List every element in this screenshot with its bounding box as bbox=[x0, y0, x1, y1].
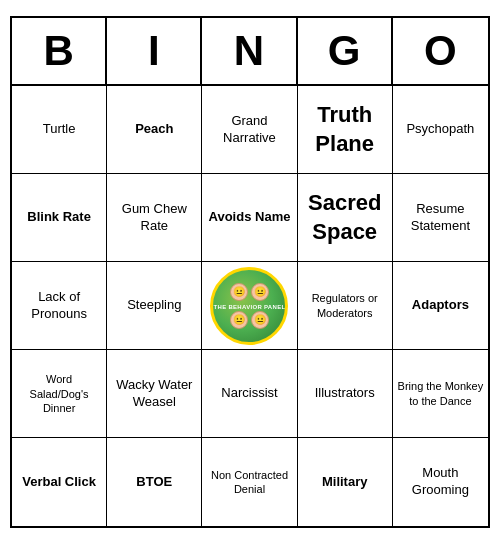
behavior-panel-label: THE BEHAVIOR PANEL bbox=[214, 304, 286, 310]
cell-r4c5: Bring the Monkey to the Dance bbox=[393, 350, 488, 438]
letter-b: B bbox=[12, 18, 107, 84]
letter-o: O bbox=[393, 18, 488, 84]
cell-r2c5: Resume Statement bbox=[393, 174, 488, 262]
face-icon-2: 😐 bbox=[251, 283, 269, 301]
letter-n: N bbox=[202, 18, 297, 84]
cell-r4c3: Narcissist bbox=[202, 350, 297, 438]
face-icon-1: 😐 bbox=[230, 283, 248, 301]
cell-r4c4: Illustrators bbox=[298, 350, 393, 438]
cell-r1c2: Peach bbox=[107, 86, 202, 174]
cell-r4c2: Wacky Water Weasel bbox=[107, 350, 202, 438]
cell-r1c1: Turtle bbox=[12, 86, 107, 174]
cell-r5c3: Non Contracted Denial bbox=[202, 438, 297, 526]
behavior-panel-logo: 😐 😐 THE BEHAVIOR PANEL 😐 😐 bbox=[210, 267, 288, 345]
cell-r5c4: Military bbox=[298, 438, 393, 526]
cell-r5c5: Mouth Grooming bbox=[393, 438, 488, 526]
cell-r4c1: Word Salad/Dog's Dinner bbox=[12, 350, 107, 438]
cell-r1c5: Psychopath bbox=[393, 86, 488, 174]
cell-r1c4: Truth Plane bbox=[298, 86, 393, 174]
cell-r2c2: Gum Chew Rate bbox=[107, 174, 202, 262]
bingo-card: B I N G O Turtle Peach Grand Narrative T… bbox=[10, 16, 490, 528]
bingo-grid: Turtle Peach Grand Narrative Truth Plane… bbox=[12, 86, 488, 526]
cell-r1c3: Grand Narrative bbox=[202, 86, 297, 174]
letter-i: I bbox=[107, 18, 202, 84]
cell-r2c3: Avoids Name bbox=[202, 174, 297, 262]
cell-free-space: 😐 😐 THE BEHAVIOR PANEL 😐 😐 bbox=[202, 262, 297, 350]
bingo-header: B I N G O bbox=[12, 18, 488, 86]
face-icon-3: 😐 bbox=[230, 311, 248, 329]
cell-r3c2: Steepling bbox=[107, 262, 202, 350]
cell-r2c4: Sacred Space bbox=[298, 174, 393, 262]
cell-r3c4: Regulators or Moderators bbox=[298, 262, 393, 350]
cell-r3c1: Lack of Pronouns bbox=[12, 262, 107, 350]
cell-r2c1: Blink Rate bbox=[12, 174, 107, 262]
face-icon-4: 😐 bbox=[251, 311, 269, 329]
letter-g: G bbox=[298, 18, 393, 84]
cell-r5c2: BTOE bbox=[107, 438, 202, 526]
cell-r5c1: Verbal Click bbox=[12, 438, 107, 526]
cell-r3c5: Adaptors bbox=[393, 262, 488, 350]
